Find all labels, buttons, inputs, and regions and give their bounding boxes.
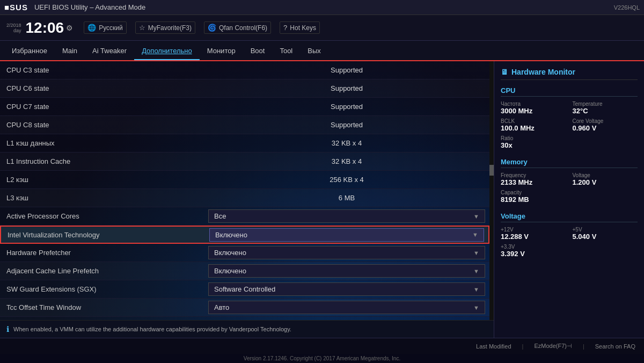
header-nav-qfan[interactable]: 🌀 Qfan Control(F6) bbox=[204, 21, 271, 34]
header-nav-hotkeys[interactable]: ? Hot Keys bbox=[280, 21, 320, 34]
hw-mem-grid: Frequency 2133 MHz Voltage 1.200 V Capac… bbox=[501, 172, 638, 204]
dropdown-intel-vt-arrow: ▼ bbox=[472, 231, 478, 238]
hw-voltage-33v-value: 3.392 V bbox=[501, 250, 566, 258]
value-cpu-c8: Supported bbox=[208, 121, 485, 129]
value-cpu-c3: Supported bbox=[208, 66, 485, 74]
dropdown-sgx[interactable]: Software Controlled ▼ bbox=[208, 282, 485, 296]
row-cpu-c8: CPU C8 state Supported bbox=[0, 116, 489, 134]
hw-cpu-bclk-value: 100.0 MHz bbox=[501, 124, 566, 132]
hw-cpu-freq-value: 3000 MHz bbox=[501, 107, 566, 115]
menu-vykh[interactable]: Вых bbox=[300, 42, 328, 59]
menu-dopolnitelno[interactable]: Дополнительно bbox=[134, 42, 200, 60]
value-cpu-c7: Supported bbox=[208, 103, 485, 111]
asus-logo: ■SUS bbox=[4, 3, 28, 12]
settings-table[interactable]: CPU C3 state Supported CPU C6 state Supp… bbox=[0, 61, 489, 320]
hw-voltage-33v: +3.3V 3.392 V bbox=[501, 244, 566, 258]
footer-last-modified-label: Last Modified bbox=[476, 343, 511, 350]
hw-voltage-12v-value: 12.288 V bbox=[501, 233, 566, 241]
row-sgx: SW Guard Extensions (SGX) Software Contr… bbox=[0, 280, 489, 299]
hw-section-memory-title: Memory bbox=[501, 158, 638, 168]
value-intel-vt: Включено ▼ bbox=[209, 228, 484, 242]
label-intel-vt: Intel Virtualization Technology bbox=[5, 231, 209, 239]
hw-cpu-grid: Частота 3000 MHz Temperature 32°C BCLK 1… bbox=[501, 101, 638, 149]
hw-mem-capacity: Capacity 8192 MB bbox=[501, 190, 566, 204]
version-bar: Version 2.17.1246. Copyright (C) 2017 Am… bbox=[0, 354, 644, 363]
label-cpu-c8: CPU C8 state bbox=[4, 121, 208, 129]
dropdown-active-cores[interactable]: Все ▼ bbox=[208, 209, 485, 223]
menu-boot[interactable]: Boot bbox=[243, 42, 273, 59]
label-l2: L2 кэш bbox=[4, 176, 208, 184]
dropdown-tcc[interactable]: Авто ▼ bbox=[208, 301, 485, 314]
label-l3: L3 кэш bbox=[4, 194, 208, 202]
qfan-label: Qfan Control(F6) bbox=[219, 24, 267, 32]
dropdown-intel-vt-text: Включено bbox=[215, 231, 247, 239]
row-hw-prefetcher: Hardware Prefetcher Включено ▼ bbox=[0, 244, 489, 262]
hw-cpu-ratio: Ratio 30x bbox=[501, 135, 566, 149]
dropdown-adj-cache-arrow: ▼ bbox=[473, 268, 479, 274]
row-l3: L3 кэш 6 MB bbox=[0, 189, 489, 207]
favorite-label: MyFavorite(F3) bbox=[148, 24, 192, 32]
time-settings-icon[interactable]: ⚙ bbox=[66, 24, 73, 32]
label-sgx: SW Guard Extensions (SGX) bbox=[4, 285, 208, 293]
hw-voltage-33v-label: +3.3V bbox=[501, 244, 566, 250]
hw-mem-capacity-value: 8192 MB bbox=[501, 195, 566, 204]
footer-last-modified[interactable]: Last Modified bbox=[476, 343, 511, 350]
version-text: Version 2.17.1246. Copyright (C) 2017 Am… bbox=[244, 355, 400, 361]
value-active-cores: Все ▼ bbox=[208, 209, 485, 223]
dropdown-sgx-arrow: ▼ bbox=[473, 286, 479, 293]
hw-section-cpu-title: CPU bbox=[501, 86, 638, 97]
dropdown-hw-prefetcher-arrow: ▼ bbox=[473, 250, 479, 256]
hw-voltage-12v: +12V 12.288 V bbox=[501, 227, 566, 241]
left-panel-inner: CPU C3 state Supported CPU C6 state Supp… bbox=[0, 61, 494, 320]
header-nav-favorite[interactable]: ☆ MyFavorite(F3) bbox=[135, 21, 195, 34]
hw-cpu-bclk: BCLK 100.0 MHz bbox=[501, 118, 566, 132]
dropdown-hw-prefetcher-text: Включено bbox=[214, 249, 246, 257]
scrollbar[interactable] bbox=[489, 61, 494, 320]
hw-voltage-12v-label: +12V bbox=[501, 227, 566, 233]
menu-izbrannoye[interactable]: Избранное bbox=[4, 42, 55, 59]
label-l1-instr: L1 Instruction Cache bbox=[4, 157, 208, 165]
scrollbar-thumb[interactable] bbox=[489, 165, 494, 176]
dropdown-tcc-text: Авто bbox=[214, 303, 229, 311]
dropdown-intel-vt[interactable]: Включено ▼ bbox=[209, 228, 484, 242]
hw-cpu-ratio-value: 30x bbox=[501, 141, 566, 149]
header-nav-language[interactable]: 🌐 Русский bbox=[84, 21, 127, 34]
main-content: CPU C3 state Supported CPU C6 state Supp… bbox=[0, 61, 644, 338]
menu-tool[interactable]: Tool bbox=[272, 42, 300, 59]
hw-section-memory: Memory Frequency 2133 MHz Voltage 1.200 … bbox=[501, 158, 638, 204]
footer-sep2: | bbox=[583, 343, 584, 350]
footer-ezmode[interactable]: EzMode(F7)⊣ bbox=[534, 343, 572, 350]
label-l1-data: L1 кэш данных bbox=[4, 139, 208, 147]
menu-monitor[interactable]: Монитор bbox=[200, 42, 243, 59]
header-nav: 🌐 Русский ☆ MyFavorite(F3) 🌀 Qfan Contro… bbox=[84, 21, 638, 34]
menu-ai-tweaker[interactable]: Ai Tweaker bbox=[85, 42, 134, 59]
value-l2: 256 KB x 4 bbox=[208, 176, 485, 184]
label-cpu-c3: CPU C3 state bbox=[4, 66, 208, 74]
hw-cpu-freq-label: Частота bbox=[501, 101, 566, 107]
label-adj-cache: Adjacent Cache Line Prefetch bbox=[4, 267, 208, 275]
language-icon: 🌐 bbox=[87, 24, 96, 32]
dropdown-tcc-arrow: ▼ bbox=[473, 304, 479, 311]
row-cpu-c6: CPU C6 state Supported bbox=[0, 79, 489, 98]
hw-monitor-title-text: Hardware Monitor bbox=[511, 68, 575, 76]
hw-section-voltage-title: Voltage bbox=[501, 212, 638, 222]
row-active-cores: Active Processor Cores Все ▼ bbox=[0, 207, 489, 226]
dropdown-adj-cache[interactable]: Включено ▼ bbox=[208, 264, 485, 278]
dropdown-active-cores-arrow: ▼ bbox=[473, 213, 479, 220]
footer-sep1: | bbox=[522, 343, 524, 350]
left-panel: CPU C3 state Supported CPU C6 state Supp… bbox=[0, 61, 494, 338]
hw-voltage-5v: +5V 5.040 V bbox=[573, 227, 638, 241]
hw-voltage-grid: +12V 12.288 V +5V 5.040 V +3.3V 3.392 V bbox=[501, 227, 638, 258]
hw-section-cpu: CPU Частота 3000 MHz Temperature 32°C BC… bbox=[501, 86, 638, 149]
value-tcc: Авто ▼ bbox=[208, 301, 485, 314]
language-label: Русский bbox=[99, 24, 123, 32]
dropdown-hw-prefetcher[interactable]: Включено ▼ bbox=[208, 246, 485, 259]
row-tcc: Tcc Offset Time Window Авто ▼ bbox=[0, 299, 489, 317]
dropdown-adj-cache-text: Включено bbox=[214, 267, 246, 275]
value-l3: 6 MB bbox=[208, 194, 485, 202]
hw-mem-voltage-value: 1.200 V bbox=[573, 178, 638, 186]
row-adj-cache: Adjacent Cache Line Prefetch Включено ▼ bbox=[0, 262, 489, 280]
dropdown-sgx-text: Software Controlled bbox=[214, 285, 275, 293]
footer-search-faq[interactable]: Search on FAQ bbox=[595, 343, 635, 350]
menu-main[interactable]: Main bbox=[55, 42, 85, 59]
